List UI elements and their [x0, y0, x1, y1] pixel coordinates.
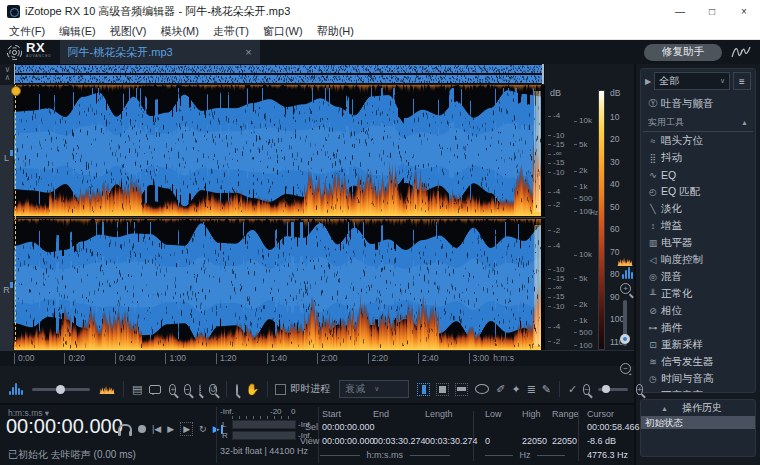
module-item-signal-generator[interactable]: ≋信号发生器	[641, 353, 755, 370]
db-tick: -10	[548, 131, 565, 140]
db-tick: -10	[548, 302, 565, 311]
minimize-button[interactable]: —	[664, 0, 696, 22]
zoom-out-icon[interactable]: −	[184, 384, 191, 395]
monitor-headphones-icon[interactable]	[118, 424, 132, 434]
expand-overview-icon[interactable]: ∧	[2, 74, 13, 82]
instant-process-checkbox[interactable]	[275, 384, 286, 395]
playhead-line[interactable]	[15, 85, 16, 350]
module-menu-icon[interactable]: ≡	[733, 72, 751, 90]
record-icon[interactable]	[138, 425, 146, 433]
meter-tick: -20	[270, 407, 282, 416]
zoom-slider-in-icon[interactable]: +	[636, 384, 643, 395]
module-item-plugin[interactable]: ⊶插件	[641, 319, 755, 336]
zoom-reset-icon[interactable]: ↺	[209, 384, 218, 395]
process-mode-dropdown[interactable]: 衰减 ∨	[339, 380, 409, 398]
file-tab[interactable]: 阿牛-桃花朵朵开.mp3 ×	[60, 40, 260, 64]
module-item-leveler[interactable]: ▥电平器	[641, 234, 755, 251]
module-item-gain[interactable]: ↕增益	[641, 217, 755, 234]
waveform-overview[interactable]	[14, 64, 545, 84]
module-item-resample[interactable]: ⊡重新采样	[641, 336, 755, 353]
logo-subtext: ADVANCED	[26, 52, 52, 61]
module-item-dither[interactable]: ⣿抖动	[641, 149, 755, 166]
module-item-eq[interactable]: ∿EQ	[641, 166, 755, 183]
brush-selection-tool[interactable]: ✐	[496, 382, 505, 396]
lasso-selection-tool[interactable]	[475, 384, 489, 394]
db-tick: -2	[548, 337, 560, 346]
frequency-scale-right[interactable]: 10k 5k 2k 1k 500 100	[572, 219, 598, 350]
amplitude-scale-right[interactable]: -2 -4 -10 -15 -∞ -15 -10 -4 -2	[546, 219, 572, 350]
module-item-phase[interactable]: ⊘相位	[641, 302, 755, 319]
pen-tool-icon[interactable]: ✎	[542, 382, 551, 396]
time-frequency-selection-tool[interactable]	[436, 383, 449, 396]
tab-close-icon[interactable]: ×	[241, 46, 251, 58]
window-title: iZotope RX 10 高级音频编辑器 - 阿牛-桃花朵朵开.mp3	[25, 4, 290, 19]
module-item-normalize[interactable]: ╨正常化	[641, 285, 755, 302]
panel-separator	[216, 407, 217, 463]
hand-tool-icon[interactable]: ✋	[245, 382, 259, 396]
magic-wand-tool[interactable]: ✦	[511, 382, 520, 396]
menu-view[interactable]: 视图(V)	[103, 22, 154, 40]
legend-tick: 60	[610, 224, 619, 234]
zoom-in-vertical-icon[interactable]: +	[620, 283, 631, 294]
menu-window[interactable]: 窗口(W)	[256, 22, 310, 40]
comment-icon[interactable]	[149, 385, 161, 394]
history-item-initial-state[interactable]: 初始状态	[641, 416, 755, 429]
zoom-selection-icon[interactable]	[199, 384, 201, 395]
skip-to-start-icon[interactable]: |◀	[152, 424, 161, 434]
collapse-section-icon[interactable]: ▲	[741, 119, 748, 126]
play-icon[interactable]: ▶	[167, 424, 174, 434]
zoom-out-vertical-icon[interactable]: −	[620, 363, 631, 374]
time-tick: 3:00	[469, 353, 490, 364]
module-item-mixing[interactable]: ◎混音	[641, 268, 755, 285]
zoom-slider-out-icon[interactable]: −	[583, 384, 590, 395]
blend-slider-thumb[interactable]	[56, 385, 65, 394]
playhead-marker[interactable]	[11, 86, 21, 96]
horizontal-zoom-thumb[interactable]	[602, 385, 610, 393]
preview-play-icon[interactable]: ▶	[645, 77, 651, 86]
module-item-eq-match[interactable]: ◴EQ 匹配	[641, 183, 755, 200]
loop-icon[interactable]: ↻	[199, 424, 207, 434]
menu-file[interactable]: 文件(F)	[2, 22, 52, 40]
menu-transport[interactable]: 走带(T)	[206, 22, 256, 40]
frequency-scale-left[interactable]: 10k 5k 2k 1k 500 100 Hz	[572, 85, 598, 216]
resample-icon: ⊡	[645, 340, 661, 350]
module-item-loudness-control[interactable]: ◁响度控制	[641, 251, 755, 268]
amplitude-scale-left[interactable]: dB -4 -10 -15 -∞ -15 -10 -4 -2	[546, 85, 572, 216]
module-item-variable-pitch[interactable]: ≀可变音高	[641, 387, 755, 393]
time-ruler[interactable]: 0:00 0:20 0:40 1:00 1:20 1:40 2:00 2:20 …	[0, 350, 634, 366]
module-item-time-and-pitch[interactable]: ◷时间与音高	[641, 370, 755, 387]
spectrogram-blend-icon[interactable]	[99, 380, 115, 398]
event-list-icon[interactable]: ▤	[132, 382, 142, 396]
time-tick: 1:40	[267, 353, 288, 364]
close-button[interactable]: ×	[728, 0, 760, 22]
zoom-in-icon[interactable]: +	[169, 384, 176, 395]
spectrogram-waveform-display[interactable]	[14, 85, 545, 350]
time-selection-tool[interactable]	[417, 383, 430, 396]
repair-assistant-button[interactable]: 修复助手	[644, 44, 722, 61]
maximize-button[interactable]: □	[696, 0, 728, 22]
vertical-zoom-slider-thumb[interactable]	[620, 334, 630, 344]
utility-section-header[interactable]: 实用工具 ▲	[643, 114, 753, 132]
waveform-blend-icon[interactable]	[9, 383, 23, 395]
instant-check-tool-icon[interactable]: ✓	[568, 382, 577, 396]
module-item-azimuth[interactable]: ≈唱头方位	[641, 132, 755, 149]
horizontal-zoom-slider[interactable]	[598, 388, 628, 391]
menu-module[interactable]: 模块(M)	[153, 22, 206, 40]
collapse-history-icon[interactable]: ▲	[661, 405, 668, 412]
magnify-tool-icon[interactable]	[236, 384, 238, 395]
spectrogram-color-legend[interactable]	[598, 90, 605, 350]
azimuth-icon: ≈	[645, 136, 661, 146]
frequency-selection-tool[interactable]	[455, 383, 468, 396]
menu-edit[interactable]: 编辑(E)	[52, 22, 103, 40]
menu-help[interactable]: 帮助(H)	[310, 22, 361, 40]
waveform-spectrogram-blend-slider[interactable]	[32, 388, 90, 391]
module-item-dialogue[interactable]: Ⓨ 吐音与颤音	[641, 93, 755, 114]
feather-edges-icon[interactable]: ≣	[527, 382, 536, 396]
col-header-end: End	[373, 409, 389, 419]
signature-tool-icon[interactable]	[730, 44, 752, 60]
module-filter-dropdown[interactable]: 全部 ∨	[654, 72, 730, 90]
eq-match-icon: ◴	[645, 187, 661, 197]
module-item-fade[interactable]: ╲淡化	[641, 200, 755, 217]
play-selection-icon[interactable]: ▶	[180, 422, 193, 436]
time-tick: 1:00	[165, 353, 186, 364]
